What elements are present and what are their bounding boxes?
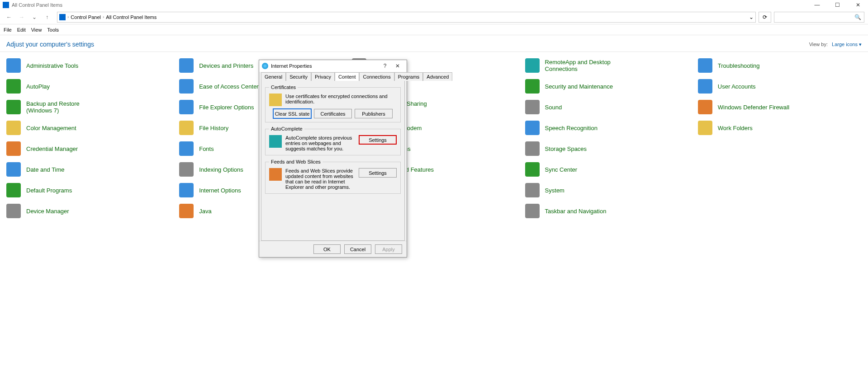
up-button[interactable]: ↑ — [42, 12, 52, 23]
cancel-button[interactable]: Cancel — [344, 244, 371, 254]
tab-advanced[interactable]: Advanced — [423, 72, 452, 81]
cp-item-label: Troubleshooting — [718, 62, 760, 69]
internet-properties-dialog: Internet Properties ? ✕ GeneralSecurityP… — [259, 60, 407, 258]
cp-item-label: Internet Options — [199, 187, 241, 194]
cp-item-icon — [525, 100, 540, 114]
certificates-text: Use certificates for encrypted connectio… — [285, 94, 397, 104]
cp-item[interactable]: Windows Defender Firewall — [693, 99, 866, 115]
cp-item[interactable]: Security and Maintenance — [521, 78, 693, 94]
cp-item-label: Device Manager — [26, 208, 69, 215]
menu-edit[interactable]: Edit — [17, 27, 26, 33]
cp-item-label: Speech Recognition — [545, 125, 598, 131]
cp-item-label: AutoPlay — [26, 83, 50, 90]
cp-item-label: Sync Center — [545, 166, 578, 173]
cp-item[interactable]: RemoteApp and Desktop Connections — [521, 57, 693, 74]
cp-item-icon — [525, 162, 540, 177]
cp-item[interactable]: Sync Center — [521, 161, 693, 178]
feeds-legend: Feeds and Web Slices — [269, 159, 323, 164]
cp-item-label: Backup and Restore (Windows 7) — [26, 100, 99, 114]
recent-locations-button[interactable]: ⌄ — [29, 12, 40, 23]
cp-item[interactable]: Backup and Restore (Windows 7) — [2, 99, 175, 115]
cp-item[interactable]: Color Management — [2, 120, 175, 136]
view-by-value[interactable]: Large icons ▾ — [832, 42, 862, 47]
cp-item[interactable]: System — [521, 182, 693, 198]
cp-item[interactable]: Sound — [521, 99, 693, 115]
back-button[interactable]: ← — [4, 12, 14, 23]
dialog-close-button[interactable]: ✕ — [391, 63, 404, 69]
breadcrumb[interactable]: › Control Panel › All Control Panel Item… — [57, 12, 756, 23]
menu-tools[interactable]: Tools — [47, 27, 59, 33]
crumb-all-items[interactable]: All Control Panel Items — [104, 14, 158, 20]
publishers-button[interactable]: Publishers — [355, 109, 393, 118]
cp-item[interactable]: Administrative Tools — [2, 57, 175, 74]
cp-item[interactable]: Work Folders — [693, 120, 866, 136]
forward-button[interactable]: → — [16, 12, 27, 23]
window-title: All Control Panel Items — [12, 2, 62, 8]
cp-item[interactable]: Speech Recognition — [521, 120, 693, 136]
cp-item-icon — [6, 58, 21, 73]
feeds-settings-button[interactable]: Settings — [359, 168, 397, 178]
cp-item-icon — [698, 121, 712, 135]
cp-item[interactable]: Taskbar and Navigation — [521, 203, 693, 219]
ok-button[interactable]: OK — [313, 244, 341, 254]
crumb-control-panel[interactable]: Control Panel — [69, 14, 103, 20]
cp-item[interactable]: Troubleshooting — [693, 57, 866, 74]
cp-item-icon — [698, 79, 712, 94]
dialog-body: Certificates Use certificates for encryp… — [261, 80, 405, 241]
cp-item-icon — [179, 162, 194, 177]
tab-programs[interactable]: Programs — [394, 72, 423, 81]
cp-item[interactable]: Storage Spaces — [521, 140, 693, 157]
dialog-titlebar: Internet Properties ? ✕ — [259, 60, 407, 72]
cp-item-icon — [179, 100, 194, 114]
tab-content[interactable]: Content — [335, 72, 360, 81]
cp-item[interactable]: Date and Time — [2, 161, 175, 178]
clear-ssl-state-button[interactable]: Clear SSL state — [273, 109, 311, 118]
cp-item[interactable]: Default Programs — [2, 182, 175, 198]
cp-item-label: Indexing Options — [199, 166, 243, 173]
tab-general[interactable]: General — [261, 72, 286, 81]
menu-bar: File Edit View Tools — [0, 24, 868, 35]
tab-connections[interactable]: Connections — [359, 72, 394, 81]
cp-item[interactable]: User Accounts — [693, 78, 866, 94]
cp-item-label: File History — [199, 125, 228, 131]
certificates-button[interactable]: Certificates — [314, 109, 352, 118]
tab-privacy[interactable]: Privacy — [311, 72, 335, 81]
minimize-button[interactable]: — — [807, 0, 827, 10]
help-button[interactable]: ? — [379, 63, 391, 69]
search-icon: 🔍 — [854, 14, 861, 20]
cp-item-icon — [525, 79, 540, 94]
cp-item-icon — [179, 204, 194, 218]
cp-item[interactable]: Credential Manager — [2, 140, 175, 157]
cp-item-label: Devices and Printers — [199, 62, 253, 69]
menu-view[interactable]: View — [31, 27, 42, 33]
apply-button[interactable]: Apply — [375, 244, 402, 254]
certificates-legend: Certificates — [269, 84, 298, 90]
cp-item[interactable]: Device Manager — [2, 203, 175, 219]
cp-item-icon — [6, 79, 21, 94]
breadcrumb-dropdown-icon[interactable]: ⌄ — [749, 14, 754, 20]
cp-item-label: Storage Spaces — [545, 145, 587, 152]
feeds-text: Feeds and Web Slices provide updated con… — [285, 168, 355, 190]
cp-item-label: Date and Time — [26, 166, 65, 173]
cp-item-icon — [179, 141, 194, 156]
view-by-label: View by: — [809, 42, 828, 47]
tab-security[interactable]: Security — [286, 72, 311, 81]
address-bar: ← → ⌄ ↑ › Control Panel › All Control Pa… — [0, 10, 868, 24]
globe-icon — [262, 63, 268, 69]
autocomplete-legend: AutoComplete — [269, 126, 304, 131]
cp-item-icon — [6, 204, 21, 218]
cp-item-label: Credential Manager — [26, 145, 78, 152]
search-box[interactable]: 🔍 — [774, 12, 864, 23]
cp-item-icon — [179, 79, 194, 94]
maximize-button[interactable]: ☐ — [827, 0, 848, 10]
control-panel-mini-icon — [59, 14, 66, 20]
autocomplete-text: AutoComplete stores previous entries on … — [285, 135, 355, 151]
autocomplete-settings-button[interactable]: Settings — [359, 135, 397, 145]
cp-item-label: Taskbar and Navigation — [545, 208, 607, 215]
cp-item-icon — [179, 121, 194, 135]
menu-file[interactable]: File — [4, 27, 12, 33]
cp-item[interactable]: AutoPlay — [2, 78, 175, 94]
refresh-button[interactable]: ⟳ — [759, 12, 771, 23]
cp-item-icon — [525, 183, 540, 197]
close-button[interactable]: ✕ — [848, 0, 868, 10]
